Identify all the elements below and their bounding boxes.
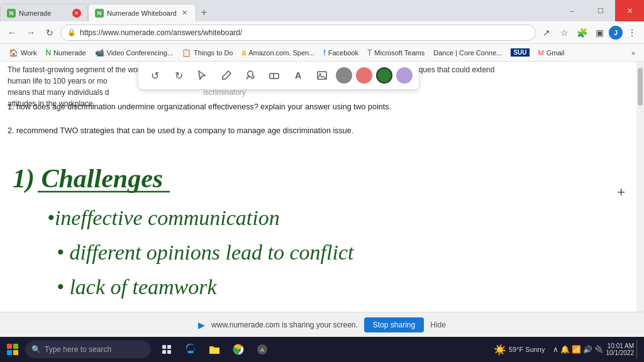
handwriting-svg: 1) Challenges •ineffective communication… <box>0 153 566 337</box>
tab-favicon-2: N <box>95 9 104 18</box>
profile-avatar[interactable]: J <box>609 26 623 40</box>
restore-button[interactable]: ☐ <box>586 0 615 21</box>
start-button[interactable] <box>0 337 25 362</box>
edge-browser-icon[interactable] <box>180 339 201 360</box>
bookmark-teams[interactable]: T Microsoft Teams <box>364 47 428 58</box>
color-gray[interactable] <box>336 67 352 84</box>
taskbar: 🔍 Type here to search A ☀️ 59°F Sunny <box>0 337 644 362</box>
sidebar-icon[interactable]: ▣ <box>591 25 608 41</box>
taskbar-search-text: Type here to search <box>45 345 111 354</box>
bookmarks-more[interactable]: » <box>628 48 639 58</box>
bookmark-gmail[interactable]: M Gmail <box>535 48 569 58</box>
address-box[interactable]: 🔒 https://www.numerade.com/answers/white… <box>60 25 536 41</box>
image-tool[interactable] <box>312 65 332 85</box>
browser-actions: ↗ ☆ 🧩 ▣ J ⋮ <box>538 25 640 41</box>
address-bar-row: ← → ↻ 🔒 https://www.numerade.com/answers… <box>0 21 644 44</box>
weather-text: 59°F Sunny <box>509 346 545 353</box>
bookmark-work[interactable]: 🏠 Work <box>5 47 40 58</box>
svg-point-14 <box>187 351 194 353</box>
close-button[interactable]: ✕ <box>615 0 644 21</box>
undo-button[interactable]: ↺ <box>145 65 165 85</box>
menu-icon[interactable]: ⋮ <box>624 25 640 41</box>
bookmark-facebook[interactable]: f Facebook <box>319 47 362 58</box>
drawing-toolbar: ↺ ↻ A <box>138 62 419 89</box>
refresh-button[interactable]: ↻ <box>42 25 58 41</box>
window-controls: – ☐ ✕ <box>557 0 644 21</box>
svg-point-4 <box>319 74 321 75</box>
question-2: 2. recommend TWO strategies that can be … <box>8 124 629 137</box>
svg-text:A: A <box>260 347 264 353</box>
taskbar-clock: 10:01 AM 10/1/2022 <box>606 343 635 356</box>
color-lavender[interactable] <box>396 67 413 84</box>
chrome-icon[interactable] <box>228 339 249 360</box>
svg-rect-13 <box>167 350 171 354</box>
bookmark-things[interactable]: 📋 Things to Do <box>178 47 236 58</box>
handwritten-content: 1) Challenges •ineffective communication… <box>0 153 644 337</box>
task-view-button[interactable] <box>156 339 177 360</box>
question-text: 1. how does age discrimination undermine… <box>8 101 629 137</box>
bookmark-suu[interactable]: SUU <box>507 47 533 58</box>
svg-text:• lack of teamwork: • lack of teamwork <box>57 275 217 299</box>
question-1: 1. how does age discrimination undermine… <box>8 101 629 113</box>
taskbar-search-icon: 🔍 <box>31 345 41 354</box>
bookmark-dance[interactable]: Dance | Core Conne... <box>430 48 506 58</box>
windows-logo <box>7 344 18 355</box>
bookmark-video[interactable]: 📹 Video Conferencing... <box>91 47 177 58</box>
file-explorer-icon[interactable] <box>204 339 225 360</box>
eraser-tool[interactable] <box>264 65 284 85</box>
sharing-banner: ▶ www.numerade.com is sharing your scree… <box>0 312 644 337</box>
tab-bar: N Numerade ✕ N Numerade Whiteboard ✕ + –… <box>0 0 644 21</box>
main-content: The fastest-growing segment of the workf… <box>0 62 644 337</box>
back-button[interactable]: ← <box>4 25 20 41</box>
battery-icon[interactable]: 🔌 <box>594 345 604 354</box>
taskbar-search-box[interactable]: 🔍 Type here to search <box>25 341 151 358</box>
svg-rect-10 <box>162 345 166 349</box>
scrollbar-thumb[interactable] <box>638 68 643 106</box>
star-icon[interactable]: ☆ <box>556 25 572 41</box>
scrollbar[interactable] <box>636 62 644 312</box>
weather-widget: ☀️ 59°F Sunny <box>489 344 550 356</box>
select-tool[interactable] <box>192 65 213 85</box>
svg-text:1) Challenges: 1) Challenges <box>13 164 163 194</box>
extensions-icon[interactable]: 🧩 <box>574 25 590 41</box>
svg-line-0 <box>247 75 249 79</box>
tab-numerade[interactable]: N Numerade ✕ <box>0 4 88 21</box>
svg-text:• different opinions lead to c: • different opinions lead to conflict <box>57 241 355 264</box>
tab-title-1: Numerade <box>19 9 69 17</box>
tab-close-2[interactable]: ✕ <box>180 8 189 18</box>
share-icon[interactable]: ↗ <box>538 25 555 41</box>
sun-icon: ☀️ <box>494 344 506 356</box>
show-desktop-button[interactable] <box>636 340 639 359</box>
hide-button[interactable]: Hide <box>430 321 446 329</box>
plus-button[interactable]: + <box>617 184 625 200</box>
tab-favicon: N <box>7 9 16 18</box>
system-tray: ∧ 🔔 📶 🔊 🔌 <box>553 345 604 354</box>
chevron-up-icon[interactable]: ∧ <box>553 345 558 354</box>
app-icon[interactable]: A <box>252 339 273 360</box>
bookmark-amazon[interactable]: a Amazon.com. Spen... <box>238 47 318 58</box>
minimize-button[interactable]: – <box>557 0 586 21</box>
address-text: https://www.numerade.com/answers/whitebo… <box>80 28 529 37</box>
bookmarks-bar: 🏠 Work N Numerade 📹 Video Conferencing..… <box>0 44 644 62</box>
tab-whiteboard[interactable]: N Numerade Whiteboard ✕ <box>88 4 196 21</box>
new-tab-button[interactable]: + <box>196 7 212 18</box>
tab-close-icon[interactable]: ✕ <box>72 9 81 18</box>
forward-button[interactable]: → <box>23 25 39 41</box>
stop-sharing-button[interactable]: Stop sharing <box>364 317 424 332</box>
bookmark-numerade[interactable]: N Numerade <box>42 47 89 58</box>
sharing-text: www.numerade.com is sharing your screen. <box>211 321 358 329</box>
taskbar-right: ☀️ 59°F Sunny ∧ 🔔 📶 🔊 🔌 10:01 AM 10/1/20… <box>489 340 644 359</box>
volume-icon[interactable]: 🔊 <box>583 345 592 354</box>
tools-button[interactable] <box>240 65 260 85</box>
redo-button[interactable]: ↻ <box>169 65 189 85</box>
pen-tool[interactable] <box>216 65 236 85</box>
text-tool[interactable]: A <box>288 65 308 85</box>
color-green[interactable] <box>376 67 392 84</box>
wifi-icon[interactable]: 📶 <box>572 345 581 354</box>
color-pink[interactable] <box>356 67 372 84</box>
notification-icon[interactable]: 🔔 <box>560 345 570 354</box>
tab-title-2: Numerade Whiteboard <box>107 9 177 17</box>
sharing-icon: ▶ <box>198 320 205 330</box>
svg-rect-11 <box>167 345 171 349</box>
svg-rect-12 <box>162 350 166 354</box>
